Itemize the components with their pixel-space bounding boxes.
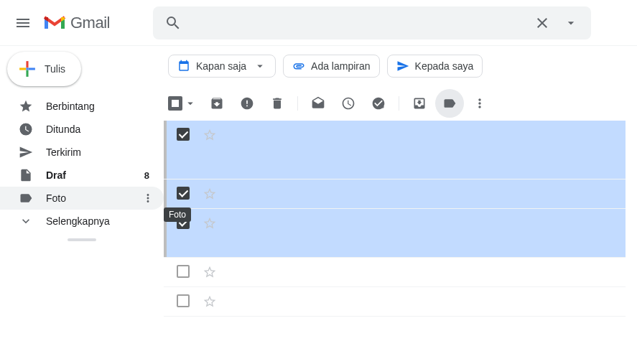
star-icon[interactable] xyxy=(203,216,217,230)
mail-row[interactable] xyxy=(164,179,626,209)
search-bar[interactable] xyxy=(153,6,591,39)
selection-indicator xyxy=(164,121,167,179)
mail-row[interactable] xyxy=(164,121,626,179)
label-icon xyxy=(19,191,33,205)
sidebar-item-label: Foto xyxy=(46,192,141,204)
report-spam-button[interactable] xyxy=(233,89,261,118)
select-all-checkbox-icon xyxy=(168,96,182,111)
move-to-button[interactable] xyxy=(405,89,434,118)
star-icon[interactable] xyxy=(203,265,217,279)
sidebar-item-label: Terkirim xyxy=(46,146,155,158)
add-to-tasks-button[interactable] xyxy=(364,89,393,118)
label-more-button[interactable] xyxy=(141,191,155,205)
search-options-button[interactable] xyxy=(557,9,585,37)
sidebar-item-label: Berbintang xyxy=(46,101,155,112)
sidebar-item-label: Ditunda xyxy=(46,123,155,135)
chip-label: Kepada saya xyxy=(415,60,474,72)
mail-row[interactable] xyxy=(164,258,626,287)
row-checkbox[interactable] xyxy=(177,128,191,142)
send-icon xyxy=(19,145,33,159)
filter-chips-row: Kapan sajaAda lampiranKepada saya xyxy=(164,46,626,86)
row-checkbox[interactable] xyxy=(177,294,191,309)
gmail-logo-icon xyxy=(43,14,66,32)
sidebar-resize-handle[interactable] xyxy=(68,238,96,241)
caret-down-icon xyxy=(184,97,197,110)
toolbar xyxy=(164,86,626,121)
filter-chip[interactable]: Kapan saja xyxy=(168,55,276,78)
clear-search-button[interactable] xyxy=(528,9,557,37)
row-checkbox[interactable] xyxy=(177,187,191,201)
search-icon[interactable] xyxy=(159,9,187,37)
star-icon[interactable] xyxy=(203,294,217,309)
chevron-down-icon xyxy=(19,214,33,228)
selection-indicator xyxy=(164,179,167,208)
snooze-button[interactable] xyxy=(334,89,363,118)
compose-label: Tulis xyxy=(45,63,65,75)
label-tooltip: Foto xyxy=(164,207,191,222)
search-input[interactable] xyxy=(187,17,528,29)
layout: Tulis BerbintangDitundaTerkirimDraf8Foto… xyxy=(0,46,637,364)
row-checkbox[interactable] xyxy=(177,265,191,279)
sidebar-item-draf[interactable]: Draf8 xyxy=(0,164,164,187)
mail-row[interactable] xyxy=(164,287,626,317)
sidebar-item-foto[interactable]: Foto xyxy=(0,187,164,210)
toolbar-separator xyxy=(399,96,399,111)
filter-chip[interactable]: Ada lampiran xyxy=(283,55,380,78)
chip-label: Kapan saja xyxy=(196,60,246,72)
logo[interactable]: Gmail xyxy=(43,14,110,32)
compose-button[interactable]: Tulis xyxy=(7,52,81,86)
archive-button[interactable] xyxy=(203,89,231,118)
more-actions-button[interactable] xyxy=(465,89,494,118)
labels-button[interactable] xyxy=(435,89,464,118)
sidebar-item-label: Selengkapnya xyxy=(46,215,155,227)
star-icon[interactable] xyxy=(203,187,217,201)
sidebar-item-berbintang[interactable]: Berbintang xyxy=(0,95,164,118)
delete-button[interactable] xyxy=(263,89,292,118)
sidebar-item-terkirim[interactable]: Terkirim xyxy=(0,141,164,164)
chip-label: Ada lampiran xyxy=(311,60,371,72)
header: Gmail xyxy=(0,0,637,46)
calendar-icon xyxy=(177,60,190,73)
main: Kapan sajaAda lampiranKepada saya xyxy=(164,46,637,364)
caret-down-icon xyxy=(254,60,266,73)
plus-icon xyxy=(17,59,37,79)
attachment-icon xyxy=(292,60,305,73)
send-blue-icon xyxy=(396,60,409,73)
file-icon xyxy=(19,168,33,182)
mail-row[interactable] xyxy=(164,209,626,258)
star-icon[interactable] xyxy=(203,128,217,142)
mail-list xyxy=(164,121,626,317)
sidebar-item-selengkapnya[interactable]: Selengkapnya xyxy=(0,210,164,233)
app-name: Gmail xyxy=(70,14,110,32)
sidebar-item-label: Draf xyxy=(46,169,144,181)
select-all-control[interactable] xyxy=(168,96,197,111)
svg-rect-0 xyxy=(26,67,28,70)
clock-icon xyxy=(19,122,33,136)
toolbar-separator xyxy=(297,96,298,111)
sidebar-item-count: 8 xyxy=(144,170,149,181)
star-icon xyxy=(19,99,33,113)
sidebar: Tulis BerbintangDitundaTerkirimDraf8Foto… xyxy=(0,46,164,364)
mark-unread-button[interactable] xyxy=(304,89,333,118)
main-menu-button[interactable] xyxy=(6,6,40,40)
sidebar-item-ditunda[interactable]: Ditunda xyxy=(0,118,164,141)
filter-chip[interactable]: Kepada saya xyxy=(387,55,483,78)
